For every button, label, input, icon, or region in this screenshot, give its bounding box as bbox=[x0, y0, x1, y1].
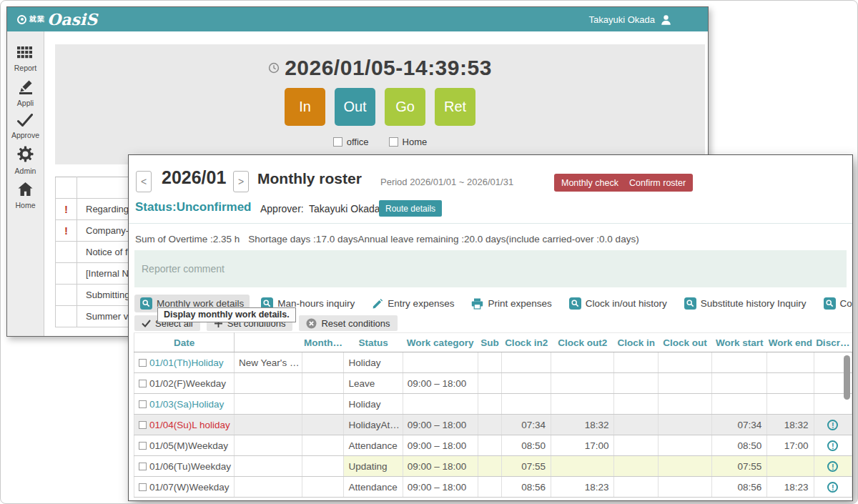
office-checkbox[interactable] bbox=[333, 137, 342, 147]
sidebar: Report Appli Approve Admin bbox=[7, 31, 44, 336]
annual-leave-remaining: Annual leave remaining :20.0 days(includ… bbox=[358, 234, 638, 244]
status-label: Status: bbox=[135, 200, 177, 214]
work-start-cell bbox=[712, 352, 767, 373]
clock-in2-cell bbox=[502, 352, 551, 373]
work-start-cell bbox=[712, 394, 767, 415]
clock-in2-cell: 07:34 bbox=[502, 415, 551, 435]
roster-table: DateMonth…StatusWork categorySubClock in… bbox=[134, 332, 852, 498]
note-cell bbox=[235, 373, 302, 394]
sub-cell bbox=[478, 394, 502, 415]
sidebar-item-report[interactable]: Report bbox=[14, 46, 37, 72]
note-cell: New Year's … bbox=[235, 352, 302, 373]
magnifier-icon bbox=[140, 297, 152, 310]
return-button[interactable]: Ret bbox=[435, 88, 475, 126]
toolbar-substitute-history[interactable]: Substitute history Inquiry bbox=[679, 295, 812, 312]
work-category-cell: 09:00 – 18:00 bbox=[403, 477, 478, 498]
toolbar-compensatory-leave-history[interactable]: Compensatory Leave Hi bbox=[818, 295, 852, 312]
date-cell: 01/06(Tu)Weekday bbox=[134, 456, 235, 477]
sidebar-item-admin[interactable]: Admin bbox=[15, 146, 36, 175]
row-checkbox[interactable] bbox=[139, 359, 147, 367]
discrepancy-icon[interactable]: ! bbox=[827, 440, 838, 451]
date-cell: 01/01(Th)Holiday bbox=[134, 352, 235, 373]
toolbar-print-expenses[interactable]: Print expenses bbox=[465, 295, 557, 312]
month-cell bbox=[302, 394, 344, 415]
work-start-cell: 08:50 bbox=[712, 435, 767, 456]
discrepancy-icon[interactable]: ! bbox=[827, 420, 838, 430]
work-category-cell: 09:00 – 18:00 bbox=[403, 373, 478, 394]
confirm-roster-button[interactable]: Confirm roster bbox=[622, 174, 693, 192]
clock-out-cell bbox=[659, 352, 712, 373]
clock-in-cell bbox=[614, 435, 659, 456]
sidebar-item-approve[interactable]: Approve bbox=[11, 114, 39, 139]
work-start-cell: 08:56 bbox=[712, 477, 767, 498]
row-checkbox[interactable] bbox=[139, 380, 147, 387]
toolbar-entry-expenses[interactable]: Entry expenses bbox=[366, 295, 460, 312]
app-header-bar: 就業 OasiS Takayuki Okada bbox=[7, 7, 708, 31]
current-month: 2026/01 bbox=[162, 167, 226, 188]
discrepancy-icon[interactable]: ! bbox=[827, 482, 838, 493]
date-label: 01/07(W)Weekday bbox=[149, 482, 230, 493]
status-value: Unconfirmed bbox=[177, 200, 252, 214]
discrepancy-icon[interactable]: ! bbox=[827, 461, 838, 472]
work-end-cell bbox=[767, 352, 814, 373]
discrepancy-cell: ! bbox=[814, 415, 852, 435]
sidebar-label: Approve bbox=[11, 131, 39, 139]
note-cell bbox=[235, 415, 302, 435]
go-out-button[interactable]: Go bbox=[385, 88, 425, 126]
sub-cell bbox=[478, 456, 502, 477]
date-cell: 01/02(F)Weekday bbox=[134, 373, 235, 394]
clock-out2-cell bbox=[551, 456, 614, 477]
clock-panel: 2026/01/05-14:39:53 In Out Go Ret office… bbox=[55, 44, 705, 164]
work-end-cell bbox=[767, 373, 814, 394]
clock-in2-cell bbox=[502, 394, 551, 415]
column-header-blank bbox=[235, 333, 302, 352]
row-checkbox[interactable] bbox=[139, 400, 147, 408]
status-line: Status:Unconfirmed bbox=[135, 200, 251, 214]
clock-out2-cell bbox=[551, 373, 614, 394]
toolbar-clock-history[interactable]: Clock in/out history bbox=[563, 295, 673, 312]
date-cell: 01/04(Su)L holiday bbox=[134, 415, 235, 435]
clock-out2-cell bbox=[551, 352, 614, 373]
month-cell bbox=[302, 415, 344, 435]
user-menu[interactable]: Takayuki Okada bbox=[589, 14, 673, 25]
overtime-sum: Sum of Overtime :2.35 h bbox=[135, 234, 240, 244]
row-checkbox[interactable] bbox=[139, 463, 147, 470]
sub-cell bbox=[478, 415, 502, 435]
home-checkbox[interactable] bbox=[389, 137, 398, 147]
check-icon bbox=[16, 114, 34, 129]
row-checkbox[interactable] bbox=[139, 483, 147, 491]
row-checkbox[interactable] bbox=[139, 442, 147, 450]
date-label: 01/05(M)Weekday bbox=[149, 440, 228, 451]
divider bbox=[129, 223, 852, 224]
notice-alert-mark: ! bbox=[56, 199, 77, 220]
reset-conditions-button[interactable]: Reset conditions bbox=[299, 315, 397, 331]
clock-in2-cell: 08:50 bbox=[502, 435, 551, 456]
reporter-comment-input[interactable]: Reporter comment bbox=[134, 250, 847, 287]
clock-out-button[interactable]: Out bbox=[335, 88, 375, 126]
prev-month-button[interactable]: < bbox=[136, 171, 152, 192]
date-cell: 01/05(M)Weekday bbox=[134, 435, 235, 456]
date-label: 01/01(Th)Holiday bbox=[149, 357, 224, 368]
vertical-scrollbar-thumb[interactable] bbox=[844, 355, 850, 400]
month-cell bbox=[302, 477, 344, 498]
row-checkbox[interactable] bbox=[139, 421, 147, 429]
cancel-icon bbox=[306, 318, 317, 329]
clock-out2-cell: 18:32 bbox=[551, 415, 614, 435]
tooltip: Display monthly work details. bbox=[157, 307, 296, 322]
brand-logo-icon bbox=[17, 15, 26, 24]
clock-in-button[interactable]: In bbox=[285, 88, 325, 126]
toolbar-label: Substitute history Inquiry bbox=[701, 298, 807, 309]
date-label: 01/03(Sa)Holiday bbox=[149, 399, 224, 410]
status-cell: Attendance bbox=[344, 435, 403, 456]
column-header-clock-in2: Clock in2 bbox=[502, 333, 551, 352]
sidebar-item-home[interactable]: Home bbox=[15, 182, 35, 209]
monthly-check-button[interactable]: Monthly check bbox=[554, 174, 626, 192]
work-category-cell: 09:00 – 18:00 bbox=[403, 435, 478, 456]
approver-name: Takayuki Okada bbox=[309, 203, 380, 214]
next-month-button[interactable]: > bbox=[233, 171, 249, 192]
roster-table-header-row: DateMonth…StatusWork categorySubClock in… bbox=[134, 333, 852, 352]
route-details-button[interactable]: Route details bbox=[379, 200, 442, 217]
roster-row: 01/07(W)WeekdayAttendance09:00 – 18:0008… bbox=[134, 477, 852, 498]
magnifier-icon bbox=[824, 297, 836, 310]
sidebar-item-appli[interactable]: Appli bbox=[17, 79, 34, 107]
